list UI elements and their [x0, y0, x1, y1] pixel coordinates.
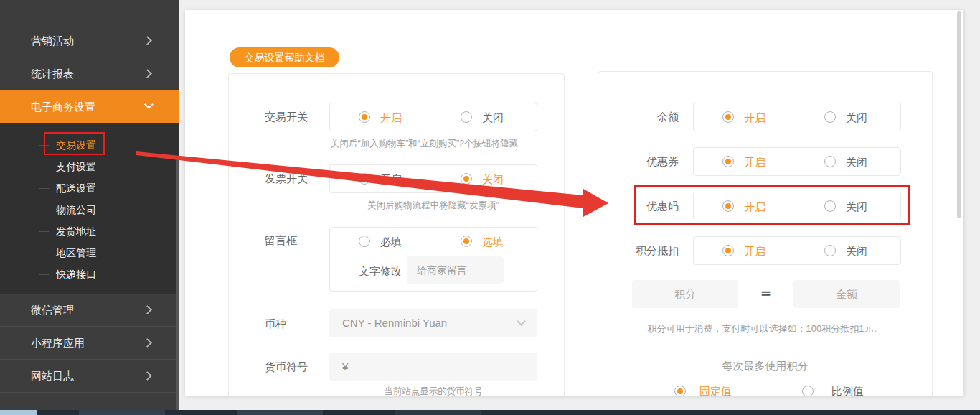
points-deduction-off-radio[interactable] — [824, 245, 836, 256]
subitem-label: 支付设置 — [56, 161, 96, 172]
sidebar-item-site-logs[interactable]: 网站日志 — [0, 360, 179, 393]
chevron-right-icon — [143, 305, 152, 314]
coupon-code-off-radio[interactable] — [824, 200, 836, 212]
fixed-value-label[interactable]: 固定值 — [699, 385, 732, 396]
coupon-off-label[interactable]: 关闭 — [846, 155, 867, 169]
sidebar-subitem-trade-settings[interactable]: 交易设置 — [0, 134, 179, 156]
coupon-code-on-radio[interactable] — [722, 200, 734, 212]
balance-off-label[interactable]: 关闭 — [846, 111, 867, 125]
balance-on-radio[interactable] — [722, 111, 734, 123]
subitem-label: 交易设置 — [56, 139, 96, 151]
currency-symbol-helper: 当前站点显示的货币符号 — [329, 386, 537, 396]
balance-off-radio[interactable] — [824, 111, 836, 123]
chevron-right-icon — [143, 338, 152, 348]
admin-settings-screen: 营销活动 统计报表 电子商务设置 交易设置 支付设置 配送设置 物流公司 — [0, 0, 980, 415]
sidebar-subitem-express-api[interactable]: 快递接口 — [0, 264, 179, 285]
sidebar-item-marketing[interactable]: 营销活动 — [0, 24, 179, 57]
invoice-switch-on-radio[interactable] — [359, 173, 370, 185]
currency-select-value: CNY - Renminbi Yuan — [342, 317, 447, 329]
trade-switch-off-radio[interactable] — [461, 111, 472, 123]
points-deduction-on-label[interactable]: 开启 — [744, 244, 765, 258]
sidebar-top-spacer — [0, 0, 179, 24]
sidebar-scrollbar[interactable] — [176, 159, 179, 415]
subitem-label: 发货地址 — [56, 225, 96, 237]
chevron-down-icon — [517, 317, 526, 326]
sidebar-subitem-delivery-settings[interactable]: 配送设置 — [0, 177, 179, 199]
points-deduction-on-radio[interactable] — [722, 245, 734, 256]
currency-symbol-input[interactable]: ¥ — [329, 353, 537, 381]
trade-switch-helper: 关闭后“加入购物车”和“立刻购买”2个按钮将隐藏 — [331, 138, 518, 150]
points-deduction-label: 积分抵扣 — [598, 244, 679, 258]
invoice-switch-helper: 关闭后购物流程中将隐藏“发票项” — [329, 200, 537, 212]
message-box-label: 留言框 — [265, 234, 297, 248]
trade-settings-card: 交易开关 开启 关闭 关闭后“加入购物车”和“立刻购买”2个按钮将隐藏 发票开关… — [228, 73, 565, 396]
message-optional-radio[interactable] — [461, 236, 472, 247]
message-text-input[interactable]: 给商家留言 — [407, 256, 504, 284]
invoice-switch-on-label[interactable]: 开启 — [380, 172, 402, 187]
ratio-value-label[interactable]: 比例值 — [831, 385, 864, 396]
subitem-label: 地区管理 — [56, 247, 96, 258]
sidebar-item-wechat[interactable]: 微信管理 — [0, 294, 179, 327]
trade-switch-off-label[interactable]: 关闭 — [482, 111, 504, 125]
coupon-group: 开启 关闭 — [693, 147, 901, 176]
balance-group: 开启 关闭 — [693, 103, 901, 131]
currency-select[interactable]: CNY - Renminbi Yuan — [329, 309, 537, 337]
amount-input[interactable]: 金额 — [793, 280, 900, 308]
panel-scrollbar[interactable] — [957, 11, 961, 218]
coupon-on-radio[interactable] — [722, 156, 734, 167]
trade-switch-label: 交易开关 — [265, 111, 308, 124]
coupon-code-on-label[interactable]: 开启 — [744, 200, 765, 214]
sidebar-subitem-region-management[interactable]: 地区管理 — [0, 242, 179, 264]
message-required-label[interactable]: 必填 — [380, 235, 402, 249]
trade-switch-group: 开启 关闭 — [329, 103, 537, 131]
coupon-code-label: 优惠码 — [598, 200, 679, 213]
taskbar-segment — [0, 410, 37, 415]
sidebar-item-label: 网站日志 — [31, 370, 74, 382]
sidebar-item-label: 小程序应用 — [31, 337, 85, 349]
invoice-switch-label: 发票开关 — [265, 172, 308, 186]
points-deduction-off-label[interactable]: 关闭 — [846, 244, 867, 258]
invoice-switch-off-radio[interactable] — [461, 173, 472, 185]
subitem-label: 配送设置 — [56, 182, 96, 194]
coupon-off-radio[interactable] — [824, 156, 836, 167]
chevron-right-icon — [143, 36, 152, 45]
sidebar-item-label: 统计报表 — [31, 67, 74, 80]
subitem-label: 快递接口 — [56, 269, 96, 280]
message-box-radio-row: 必填 选填 — [330, 228, 537, 256]
chevron-right-icon — [143, 371, 152, 381]
discount-settings-card: 余额 开启 关闭 优惠券 开启 关闭 优惠码 开启 关闭 积分抵扣 — [598, 71, 933, 396]
taskbar-edge — [0, 410, 980, 415]
currency-symbol-label: 货币符号 — [265, 360, 308, 374]
fixed-value-radio[interactable] — [674, 386, 686, 396]
sidebar-item-reports[interactable]: 统计报表 — [0, 57, 179, 90]
points-deduction-group: 开启 关闭 — [693, 236, 901, 265]
help-doc-button[interactable]: 交易设置帮助文档 — [230, 47, 339, 67]
invoice-switch-group: 开启 关闭 — [329, 164, 537, 193]
invoice-switch-off-label[interactable]: 关闭 — [482, 172, 504, 187]
chevron-down-icon — [144, 100, 154, 109]
coupon-label: 优惠券 — [598, 155, 679, 169]
message-optional-label[interactable]: 选填 — [482, 235, 504, 249]
trade-switch-on-radio[interactable] — [359, 111, 370, 123]
currency-label: 币种 — [265, 317, 286, 331]
points-input[interactable]: 积分 — [632, 280, 738, 308]
sidebar-item-label: 微信管理 — [31, 304, 74, 316]
taskbar-segment — [395, 410, 481, 415]
sidebar-subitem-logistics-company[interactable]: 物流公司 — [0, 199, 179, 220]
trade-switch-on-label[interactable]: 开启 — [380, 111, 402, 125]
taskbar-segment — [79, 410, 165, 415]
max-points-label: 每次最多使用积分 — [598, 360, 932, 373]
balance-on-label[interactable]: 开启 — [744, 111, 765, 125]
balance-label: 余额 — [598, 111, 679, 124]
sidebar-submenu: 交易设置 支付设置 配送设置 物流公司 发货地址 地区管理 快递接口 — [0, 123, 179, 294]
message-required-radio[interactable] — [359, 236, 370, 247]
ratio-value-radio[interactable] — [802, 386, 814, 396]
coupon-code-off-label[interactable]: 关闭 — [846, 200, 867, 214]
sidebar-subitem-payment-settings[interactable]: 支付设置 — [0, 156, 179, 177]
coupon-code-group: 开启 关闭 — [693, 192, 901, 220]
sidebar-item-ecommerce-settings[interactable]: 电子商务设置 — [0, 90, 179, 123]
coupon-on-label[interactable]: 开启 — [744, 155, 765, 169]
message-box-group: 必填 选填 文字修改 给商家留言 — [329, 227, 537, 292]
sidebar-item-miniprogram[interactable]: 小程序应用 — [0, 327, 179, 360]
sidebar-subitem-shipping-address[interactable]: 发货地址 — [0, 220, 179, 242]
